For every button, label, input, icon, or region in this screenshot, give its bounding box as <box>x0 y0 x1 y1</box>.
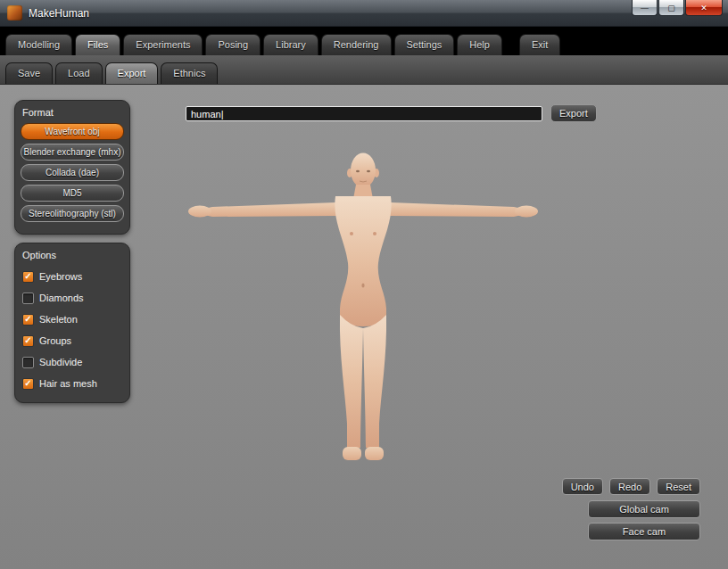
redo-button[interactable]: Redo <box>609 478 650 495</box>
skeleton-checkbox[interactable]: ✓ <box>22 314 34 326</box>
diamonds-checkbox[interactable]: ✓ <box>22 293 34 304</box>
checkbox-label: Eyebrows <box>39 271 82 282</box>
tab-files[interactable]: Files <box>75 34 120 55</box>
face-cam-button[interactable]: Face cam <box>588 523 700 540</box>
checkbox-skeleton[interactable]: ✓ Skeleton <box>22 309 122 330</box>
checkbox-label: Groups <box>39 335 71 346</box>
sub-tab-bar: Save Load Export Ethnics <box>0 55 728 85</box>
tab-posing[interactable]: Posing <box>205 34 261 55</box>
subtab-ethnics[interactable]: Ethnics <box>161 62 218 84</box>
close-icon: ✕ <box>700 4 707 12</box>
checkmark-icon: ✓ <box>24 379 31 388</box>
minimize-button[interactable]: — <box>632 0 658 16</box>
human-figure <box>161 152 562 473</box>
checkbox-groups[interactable]: ✓ Groups <box>22 330 122 351</box>
tab-rendering[interactable]: Rendering <box>321 34 392 55</box>
format-panel-title: Format <box>22 107 122 118</box>
checkbox-eyebrows[interactable]: ✓ Eyebrows <box>22 266 122 287</box>
close-button[interactable]: ✕ <box>685 0 723 16</box>
export-button[interactable]: Export <box>550 104 597 122</box>
global-cam-button[interactable]: Global cam <box>588 500 700 518</box>
checkmark-icon: ✓ <box>24 272 31 281</box>
format-panel: Format Wavefront obj Blender exchange (m… <box>14 100 130 235</box>
tab-modelling[interactable]: Modelling <box>5 34 72 55</box>
checkbox-subdivide[interactable]: ✓ Subdivide <box>22 351 122 373</box>
tab-help[interactable]: Help <box>457 34 502 55</box>
window-title: MakeHuman <box>29 7 89 20</box>
history-controls: Undo Redo Reset <box>562 478 700 495</box>
subtab-save[interactable]: Save <box>5 62 53 84</box>
viewport-area: Format Wavefront obj Blender exchange (m… <box>0 85 728 569</box>
format-stereolithography-button[interactable]: Stereolithography (stl) <box>21 205 124 222</box>
window-controls: — ▢ ✕ <box>631 0 723 16</box>
format-wavefront-obj-button[interactable]: Wavefront obj <box>21 123 124 140</box>
human-model-viewport[interactable] <box>161 152 562 473</box>
checkmark-icon: ✓ <box>24 336 31 345</box>
checkbox-label: Diamonds <box>39 293 84 303</box>
maximize-icon: ▢ <box>667 4 675 12</box>
makehuman-window: MakeHuman — ▢ ✕ Modelling Files Experime… <box>0 0 728 569</box>
maximize-button[interactable]: ▢ <box>658 0 684 16</box>
tab-settings[interactable]: Settings <box>394 34 455 55</box>
format-md5-button[interactable]: MD5 <box>21 185 124 202</box>
makehuman-logo-icon <box>7 5 22 21</box>
minimize-icon: — <box>641 4 649 12</box>
checkbox-label: Hair as mesh <box>39 378 97 389</box>
format-blender-exchange-button[interactable]: Blender exchange (mhx) <box>21 144 124 161</box>
checkbox-label: Skeleton <box>39 314 78 325</box>
options-panel-title: Options <box>22 250 122 260</box>
tab-library[interactable]: Library <box>263 34 318 55</box>
checkmark-icon: ✓ <box>24 315 31 324</box>
format-collada-button[interactable]: Collada (dae) <box>21 164 124 181</box>
subtab-load[interactable]: Load <box>55 62 102 84</box>
subdivide-checkbox[interactable]: ✓ <box>22 357 34 368</box>
groups-checkbox[interactable]: ✓ <box>22 335 34 347</box>
hair-as-mesh-checkbox[interactable]: ✓ <box>22 378 34 390</box>
tab-experiments[interactable]: Experiments <box>123 34 203 55</box>
undo-button[interactable]: Undo <box>562 478 603 495</box>
export-filename-input[interactable] <box>186 106 542 121</box>
reset-button[interactable]: Reset <box>657 478 700 495</box>
main-menu-bar: Modelling Files Experiments Posing Libra… <box>0 27 728 55</box>
tab-exit[interactable]: Exit <box>519 34 560 55</box>
checkbox-hair-as-mesh[interactable]: ✓ Hair as mesh <box>22 373 122 394</box>
checkbox-label: Subdivide <box>39 357 82 367</box>
eyebrows-checkbox[interactable]: ✓ <box>22 271 34 283</box>
checkbox-diamonds[interactable]: ✓ Diamonds <box>22 287 122 309</box>
subtab-export[interactable]: Export <box>105 62 159 84</box>
title-bar: MakeHuman — ▢ ✕ <box>0 0 728 27</box>
options-panel: Options ✓ Eyebrows ✓ Diamonds ✓ Skeleton… <box>14 243 130 403</box>
